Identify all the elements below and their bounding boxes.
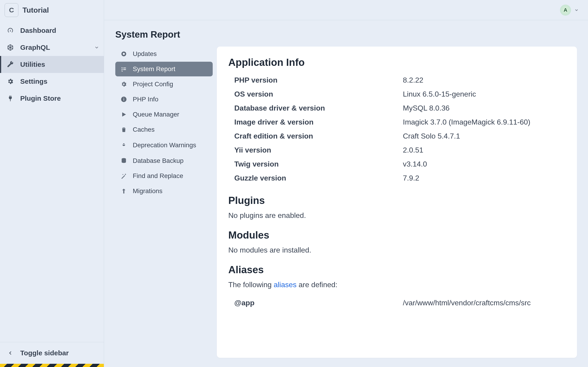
utilities-subnav: Updates System Report Project Config PHP… bbox=[115, 47, 213, 358]
nav-item-settings[interactable]: Settings bbox=[0, 73, 104, 90]
sidebar-footer: Toggle sidebar bbox=[0, 342, 104, 367]
subnav-item-deprecation-warnings[interactable]: Deprecation Warnings bbox=[115, 137, 213, 153]
info-value: Linux 6.5.0-15-generic bbox=[403, 90, 565, 98]
info-row: Guzzle version7.9.2 bbox=[228, 171, 565, 185]
system-report-icon bbox=[120, 66, 127, 73]
gear-icon bbox=[120, 81, 127, 88]
subnav-item-project-config[interactable]: Project Config bbox=[115, 77, 213, 92]
nav-item-graphql[interactable]: GraphQL bbox=[0, 39, 104, 56]
subnav-item-system-report[interactable]: System Report bbox=[115, 62, 213, 76]
subnav-label: Project Config bbox=[133, 81, 173, 88]
application-info-table: PHP version8.2.22OS versionLinux 6.5.0-1… bbox=[228, 73, 565, 185]
info-label: Database driver & version bbox=[228, 104, 403, 112]
info-icon bbox=[120, 96, 127, 103]
nav-item-plugin-store[interactable]: Plugin Store bbox=[0, 90, 104, 107]
nav-label-plugin-store: Plugin Store bbox=[20, 94, 61, 102]
aliases-link[interactable]: aliases bbox=[274, 281, 296, 289]
chevron-down-icon bbox=[94, 45, 99, 50]
application-info-heading: Application Info bbox=[228, 57, 565, 68]
info-value: 2.0.51 bbox=[403, 146, 565, 154]
database-icon bbox=[120, 157, 127, 164]
modules-heading: Modules bbox=[228, 229, 565, 241]
info-label: PHP version bbox=[228, 76, 403, 84]
info-label: Craft edition & version bbox=[228, 132, 403, 140]
chevron-down-icon[interactable] bbox=[574, 8, 579, 12]
subnav-item-updates[interactable]: Updates bbox=[115, 47, 213, 61]
nav-item-dashboard[interactable]: Dashboard bbox=[0, 22, 104, 39]
avatar-letter: A bbox=[564, 7, 567, 13]
toggle-sidebar-button[interactable]: Toggle sidebar bbox=[0, 342, 104, 364]
updates-icon bbox=[120, 50, 127, 57]
alias-label: @app bbox=[228, 299, 403, 307]
info-row: Yii version2.0.51 bbox=[228, 143, 565, 157]
svg-point-1 bbox=[123, 53, 125, 55]
toggle-sidebar-label: Toggle sidebar bbox=[20, 349, 69, 357]
nav-label-utilities: Utilities bbox=[20, 60, 45, 68]
nav-item-utilities[interactable]: Utilities bbox=[0, 56, 104, 73]
info-label: OS version bbox=[228, 90, 403, 98]
gauge-icon bbox=[7, 27, 14, 34]
subnav-label: Deprecation Warnings bbox=[133, 141, 196, 149]
info-value: Imagick 3.7.0 (ImageMagick 6.9.11-60) bbox=[403, 118, 565, 126]
dev-mode-stripe bbox=[0, 364, 104, 367]
aliases-text-prefix: The following bbox=[228, 281, 274, 289]
subnav-item-php-info[interactable]: PHP Info bbox=[115, 92, 213, 107]
arrow-up-icon bbox=[120, 188, 127, 194]
nav-label-dashboard: Dashboard bbox=[20, 27, 56, 34]
svg-point-4 bbox=[123, 98, 124, 98]
subnav-item-find-replace[interactable]: Find and Replace bbox=[115, 169, 213, 183]
gear-icon bbox=[7, 78, 14, 85]
subnav-label: Caches bbox=[133, 126, 155, 133]
plugins-text: No plugins are enabled. bbox=[228, 211, 565, 220]
info-label: Yii version bbox=[228, 146, 403, 154]
report-panel: Application Info PHP version8.2.22OS ver… bbox=[217, 47, 577, 358]
primary-nav: Dashboard GraphQL Utilities Settings bbox=[0, 22, 104, 107]
wand-icon bbox=[120, 173, 127, 179]
aliases-text-suffix: are defined: bbox=[296, 281, 337, 289]
subnav-item-migrations[interactable]: Migrations bbox=[115, 184, 213, 198]
trash-icon bbox=[120, 126, 127, 133]
subnav-item-caches[interactable]: Caches bbox=[115, 122, 213, 137]
content-row: Updates System Report Project Config PHP… bbox=[115, 47, 577, 358]
bug-icon bbox=[120, 142, 127, 149]
subnav-item-queue-manager[interactable]: Queue Manager bbox=[115, 107, 213, 122]
svg-rect-3 bbox=[124, 99, 124, 101]
info-row: Craft edition & versionCraft Solo 5.4.7.… bbox=[228, 129, 565, 143]
info-label: Twig version bbox=[228, 160, 403, 168]
nav-label-settings: Settings bbox=[20, 77, 47, 85]
app-name: Tutorial bbox=[23, 6, 49, 15]
nav-label-graphql: GraphQL bbox=[20, 44, 50, 51]
app-logo[interactable]: C bbox=[5, 3, 18, 17]
subnav-label: Database Backup bbox=[133, 157, 183, 165]
wrench-icon bbox=[7, 61, 14, 68]
avatar[interactable]: A bbox=[560, 5, 571, 16]
info-row: PHP version8.2.22 bbox=[228, 73, 565, 87]
subnav-label: Queue Manager bbox=[133, 111, 179, 118]
info-value: 7.9.2 bbox=[403, 174, 565, 182]
sidebar: C Tutorial Dashboard GraphQL Utilities bbox=[0, 0, 104, 367]
info-value: 8.2.22 bbox=[403, 76, 565, 84]
subnav-item-database-backup[interactable]: Database Backup bbox=[115, 153, 213, 168]
graphql-icon bbox=[7, 44, 14, 51]
subnav-label: Find and Replace bbox=[133, 172, 183, 180]
info-row: OS versionLinux 6.5.0-15-generic bbox=[228, 87, 565, 101]
content: System Report Updates System Report Proj bbox=[104, 20, 588, 367]
aliases-heading: Aliases bbox=[228, 264, 565, 275]
info-value: v3.14.0 bbox=[403, 160, 565, 168]
aliases-intro: The following aliases are defined: bbox=[228, 281, 565, 289]
page-title: System Report bbox=[115, 29, 577, 40]
info-row: Image driver & versionImagick 3.7.0 (Ima… bbox=[228, 115, 565, 129]
alias-row: @app/var/www/html/vendor/craftcms/cms/sr… bbox=[228, 296, 565, 310]
subnav-label: System Report bbox=[133, 65, 175, 73]
topbar: A bbox=[104, 0, 588, 20]
subnav-label: Migrations bbox=[133, 187, 162, 195]
plugins-heading: Plugins bbox=[228, 195, 565, 206]
subnav-label: Updates bbox=[133, 50, 157, 58]
alias-value: /var/www/html/vendor/craftcms/cms/src bbox=[403, 299, 565, 307]
info-row: Database driver & versionMySQL 8.0.36 bbox=[228, 101, 565, 115]
subnav-label: PHP Info bbox=[133, 96, 158, 103]
info-value: Craft Solo 5.4.7.1 bbox=[403, 132, 565, 140]
play-icon bbox=[120, 111, 127, 118]
sidebar-header: C Tutorial bbox=[0, 0, 104, 20]
chevron-left-icon bbox=[7, 350, 14, 357]
